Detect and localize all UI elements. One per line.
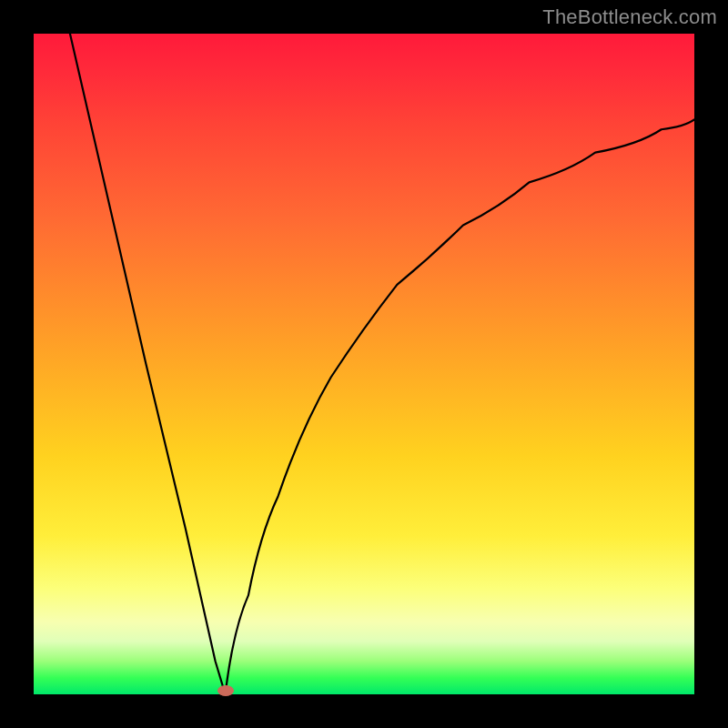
optimum-marker xyxy=(217,685,234,696)
watermark-text: TheBottleneck.com xyxy=(542,5,717,29)
chart-plot-area xyxy=(34,34,694,694)
curve-path xyxy=(70,34,694,694)
chart-frame: TheBottleneck.com xyxy=(0,0,728,728)
bottleneck-curve xyxy=(34,34,694,694)
